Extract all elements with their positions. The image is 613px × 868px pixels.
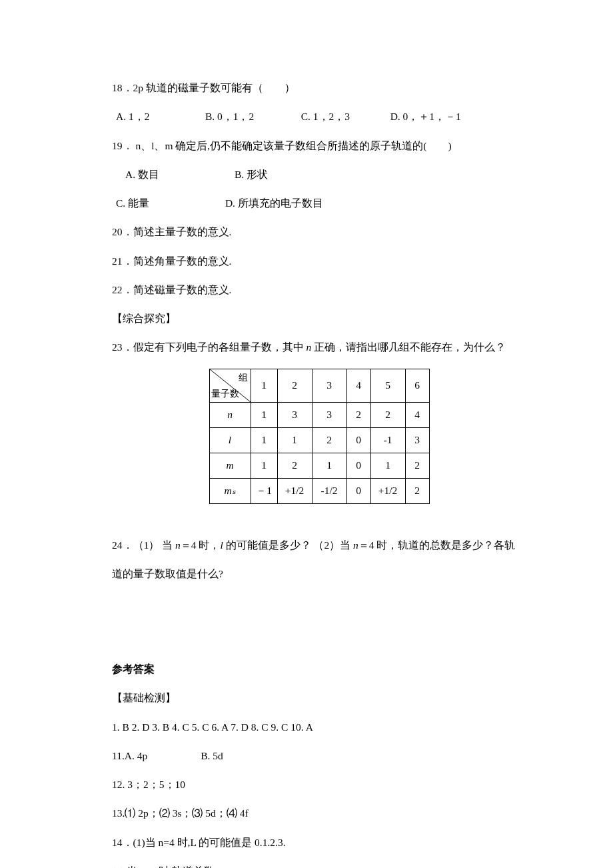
q22: 22．简述磁量子数的意义.	[112, 282, 526, 297]
q19-options-row2: C. 能量 D. 所填充的电子数目	[112, 195, 526, 211]
quantum-number-table: 组 量子数 1 2 3 4 5 6 n 1 3 3 2 2 4 l 1 1 2 …	[209, 369, 430, 504]
q19-stem: 19． n、l、m 确定后,仍不能确定该量子数组合所描述的原子轨道的( )	[112, 138, 526, 153]
q19-options-row1: A. 数目 B. 形状	[112, 167, 526, 182]
row-label-l: l	[229, 434, 231, 445]
answers-11b: B. 5d	[201, 750, 223, 761]
q18-opt-a: A. 1，2	[116, 109, 203, 124]
q24-line2: 道的量子数取值是什么?	[112, 566, 526, 581]
q18-options: A. 1，2 B. 0，1，2 C. 1，2，3 D. 0，＋1，－1	[112, 109, 526, 124]
section-explore: 【综合探究】	[112, 311, 526, 326]
table-row: m 1 2 1 0 1 2	[209, 453, 429, 478]
q23-pre: 23．假定有下列电子的各组量子数，其中	[112, 341, 306, 353]
row-label-n: n	[227, 409, 233, 420]
cell: -1	[370, 427, 405, 453]
table-col-3: 3	[312, 369, 346, 402]
q23-n: n	[306, 341, 311, 353]
q23-mid: 正确，请指出哪几组不能存在，为什么？	[311, 341, 506, 353]
row-label-ms: mₛ	[224, 485, 235, 496]
cell: 0	[346, 478, 370, 503]
table-col-4: 4	[346, 369, 370, 402]
cell: 1	[370, 453, 405, 478]
cell: 1	[312, 453, 346, 478]
answers-1-10: 1. B 2. D 3. B 4. C 5. C 6. A 7. D 8. C …	[112, 719, 526, 735]
cell: 1	[277, 427, 312, 453]
answers-11: 11.A. 4pB. 5d	[112, 748, 526, 763]
q18-opt-c: C. 1，2，3	[301, 109, 388, 124]
cell: 3	[312, 402, 346, 427]
cell: 1	[251, 427, 277, 453]
cell: 1	[251, 402, 277, 427]
q21: 21．简述角量子数的意义.	[112, 253, 526, 269]
table-header-row: 组 量子数 1 2 3 4 5 6	[209, 369, 429, 402]
cell: 4	[405, 402, 429, 427]
diag-bot-label: 量子数	[211, 387, 239, 401]
cell: 1	[251, 453, 277, 478]
answers-12: 12. 3；2；5；10	[112, 777, 526, 792]
q20: 20．简述主量子数的意义.	[112, 224, 526, 239]
q24-line1: 24．（1） 当 n＝4 时，l 的可能值是多少？ （2）当 n＝4 时，轨道的…	[112, 537, 526, 553]
table-col-6: 6	[405, 369, 429, 402]
q23-stem: 23．假定有下列电子的各组量子数，其中 n 正确，请指出哪几组不能存在，为什么？	[112, 339, 526, 355]
q24-p1a: 24．（1） 当	[112, 539, 175, 551]
cell: -1/2	[312, 478, 346, 503]
table-col-1: 1	[251, 369, 277, 402]
cell: 2	[405, 453, 429, 478]
cell: 3	[277, 402, 312, 427]
row-label-m: m	[226, 459, 233, 471]
q19-opt-d: D. 所填充的电子数目	[225, 195, 323, 211]
cell: 3	[405, 427, 429, 453]
table-row: mₛ －1 +1/2 -1/2 0 +1/2 2	[209, 478, 429, 503]
answers-13: 13.⑴ 2p；⑵ 3s；⑶ 5d；⑷ 4f	[112, 805, 526, 821]
cell: 0	[346, 453, 370, 478]
q24-p1b: ＝4 时，	[181, 539, 221, 551]
answers-14-2: (2) 当 n=4 时,轨道总数:	[112, 863, 526, 868]
q19-opt-b: B. 形状	[235, 167, 268, 182]
q18-opt-d: D. 0，＋1，－1	[390, 109, 461, 124]
cell: －1	[251, 478, 277, 503]
q24-n1: n	[175, 539, 181, 551]
q24-p1c: 的可能值是多少？ （2）当	[223, 539, 353, 551]
q24-p1d: ＝4 时，轨道的总数是多少？各轨	[358, 539, 516, 551]
cell: +1/2	[370, 478, 405, 503]
answers-title: 参考答案	[112, 661, 526, 677]
table-row: l 1 1 2 0 -1 3	[209, 427, 429, 453]
table-diag-cell: 组 量子数	[209, 369, 251, 402]
answers-14-1: 14．(1)当 n=4 时,L 的可能值是 0.1.2.3.	[112, 835, 526, 850]
q18-stem: 18．2p 轨道的磁量子数可能有（ ）	[112, 80, 526, 95]
q19-opt-a: A. 数目	[125, 167, 232, 182]
table-col-5: 5	[370, 369, 405, 402]
cell: +1/2	[277, 478, 312, 503]
table-row: n 1 3 3 2 2 4	[209, 402, 429, 427]
cell: 2	[370, 402, 405, 427]
cell: 2	[277, 453, 312, 478]
cell: 2	[346, 402, 370, 427]
q24-n2: n	[353, 539, 358, 551]
q18-opt-b: B. 0，1，2	[205, 109, 299, 124]
cell: 2	[405, 478, 429, 503]
table-col-2: 2	[277, 369, 312, 402]
answers-section: 【基础检测】	[112, 690, 526, 705]
cell: 0	[346, 427, 370, 453]
cell: 2	[312, 427, 346, 453]
q19-opt-c: C. 能量	[116, 195, 223, 211]
diag-top-label: 组	[239, 371, 248, 385]
answers-11a: 11.A. 4p	[112, 750, 147, 761]
